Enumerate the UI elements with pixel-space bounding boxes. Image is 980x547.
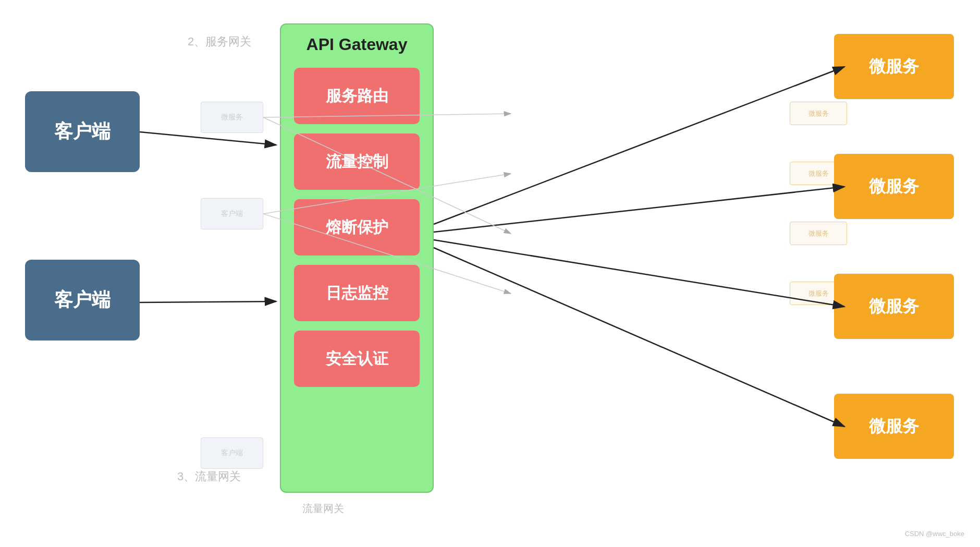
diagram-container: 2、服务网关 3、流量网关 流量网关 微服务 客户端 客户端 微服务 微服务 微…	[0, 0, 980, 547]
bg-text-top: 2、服务网关	[188, 34, 251, 50]
svg-line-4	[434, 67, 844, 224]
micro-box-1: 微服务	[834, 34, 954, 99]
gateway-btn-auth: 安全认证	[294, 331, 420, 387]
watermark: CSDN @wwc_boke	[905, 530, 964, 538]
micro-box-4: 微服务	[834, 394, 954, 459]
svg-line-6	[434, 240, 844, 307]
bg-box-middle: 客户端	[201, 198, 263, 229]
client-box-bottom: 客户端	[25, 260, 140, 341]
arrows-svg	[0, 0, 980, 547]
bg-box-bottom: 客户端	[201, 437, 263, 469]
gateway-btn-routing: 服务路由	[294, 68, 420, 124]
svg-line-7	[434, 248, 844, 427]
bg-text-gateway: 流量网关	[302, 502, 344, 516]
gateway-btn-logging: 日志监控	[294, 265, 420, 321]
gateway-btn-traffic: 流量控制	[294, 133, 420, 190]
svg-line-3	[140, 301, 276, 302]
bg-text-bottom: 3、流量网关	[177, 469, 241, 484]
client-label-top: 客户端	[54, 119, 111, 144]
micro-box-3: 微服务	[834, 274, 954, 339]
bg-micro-1: 微服务	[790, 102, 847, 125]
gateway-container: API Gateway 服务路由 流量控制 熔断保护 日志监控 安全认证	[280, 23, 434, 493]
svg-line-2	[140, 132, 276, 145]
bg-micro-3: 微服务	[790, 222, 847, 245]
svg-line-5	[434, 187, 844, 232]
client-label-bottom: 客户端	[54, 287, 111, 313]
gateway-btn-circuit: 熔断保护	[294, 199, 420, 256]
micro-box-2: 微服务	[834, 154, 954, 219]
gateway-title: API Gateway	[307, 35, 408, 54]
bg-box-top: 微服务	[201, 102, 263, 133]
client-box-top: 客户端	[25, 91, 140, 172]
